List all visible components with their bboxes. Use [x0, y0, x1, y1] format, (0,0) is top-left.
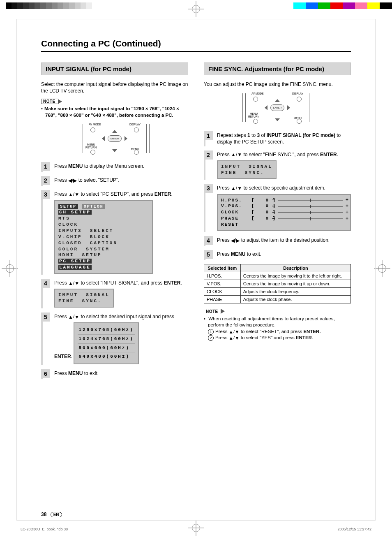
table-header: Description [240, 264, 350, 272]
step-number: 6 [41, 369, 50, 378]
step-number: 4 [204, 236, 213, 245]
remote-diagram: AV MODE DISPLAY MENU RETURN MENU ENTER [80, 123, 150, 155]
step-3: 3 Press ▲/▼ to select "PC SETUP", and pr… [41, 190, 188, 274]
slug-date: 2005/12/15 11:27:42 [337, 527, 371, 531]
step-4: 4 Press ▲/▼ to select "INPUT SIGNAL", an… [41, 279, 188, 308]
slugline: LC-20D30U_E_book.indb 38 2005/12/15 11:2… [21, 527, 371, 531]
section-heading-fine-sync: FINE SYNC. Adjustments (for PC mode) [204, 62, 351, 75]
osd-input-signal: INPUT SIGNAL FINE SYNC. [54, 289, 114, 308]
note-list: Make sure to select the input signal to … [41, 106, 188, 118]
step-number: 2 [204, 150, 213, 160]
table-cell: PHASE [204, 295, 241, 303]
step-5: 5 Press ▲/▼ to select the desired input … [41, 312, 188, 366]
intro-text: You can adjust the PC image using the FI… [204, 81, 351, 88]
circled-2-icon: 2 [208, 335, 214, 341]
table-cell: H.POS. [204, 272, 241, 280]
table-cell: Adjusts the clock phase. [240, 295, 350, 303]
table-cell: Adjusts the clock frequency. [240, 287, 350, 295]
step-number: 2 [41, 176, 50, 185]
remote-right-icon [125, 136, 127, 141]
remote-button-menu [134, 150, 139, 155]
step-number: 5 [41, 312, 50, 322]
table-cell: V.POS. [204, 280, 241, 287]
circled-1-icon: 1 [208, 329, 214, 335]
slug-file: LC-20D30U_E_book.indb 38 [21, 527, 68, 531]
step-2: 2 Press ◀/▶ to select "SETUP". [41, 176, 188, 186]
step-number: 1 [41, 162, 50, 171]
remote-button-menureturn [90, 150, 95, 155]
step-2: 2 Press ▲/▼ to select "FINE SYNC.", and … [204, 150, 351, 180]
crosshair-right-icon [374, 260, 390, 277]
step-number: 4 [41, 279, 50, 288]
remote-left-icon [102, 136, 105, 141]
remote-label-avmode: AV MODE [89, 123, 101, 126]
remote-label-menureturn: MENU RETURN [85, 144, 97, 149]
resolution-item: 1280x768(60Hz) [78, 326, 134, 335]
note-intro: When resetting all adjustment items to f… [208, 316, 335, 328]
page-number: 38 [41, 512, 46, 517]
crosshair-top-icon [188, 1, 204, 17]
right-column: FINE SYNC. Adjustments (for PC mode) You… [204, 62, 351, 383]
remote-button-enter: ENTER [108, 135, 122, 142]
step-number: 3 [41, 190, 50, 199]
color-bar [293, 2, 392, 9]
remote-diagram: AV MODE DISPLAY MENU RETURN MENU ENTER [242, 92, 312, 124]
left-column: INPUT SIGNAL (for PC mode) Select the co… [41, 62, 188, 383]
step-1: 1 Press MENU to display the Menu screen. [41, 162, 188, 172]
step-number: 5 [204, 250, 213, 259]
step-number: 1 [204, 131, 213, 140]
page-title: Connecting a PC (Continued) [41, 39, 351, 52]
table-cell: Centers the image by moving it to the le… [240, 272, 350, 280]
remote-down-icon [112, 149, 117, 152]
note-label: NOTE [204, 309, 221, 314]
resolution-item: 800x600(60Hz) [78, 344, 134, 353]
remote-button-display [134, 127, 139, 132]
description-table: Selected itemDescription H.POS.Centers t… [204, 264, 351, 303]
note-bullet: Make sure to select the input signal to … [44, 106, 179, 118]
step-number: 3 [204, 184, 213, 193]
page-footer: 38 EN [41, 512, 62, 517]
grayscale-ramp [0, 2, 92, 9]
remote-label-display: DISPLAY [129, 123, 141, 126]
section-heading-input-signal: INPUT SIGNAL (for PC mode) [41, 62, 188, 75]
step-1: 1 Repeat steps 1 to 3 of INPUT SIGNAL (f… [204, 131, 351, 146]
osd-fine-sync: INPUT SIGNAL FINE SYNC. [217, 160, 277, 179]
step-4: 4 Press ◀/▶ to adjust the item to the de… [204, 236, 351, 246]
language-badge: EN [51, 512, 62, 517]
osd-setup-menu: SETUP OPTION CH SETUP MTS CLOCK INPUT3 S… [54, 200, 153, 274]
table-cell: Centers the image by moving it up or dow… [240, 280, 350, 287]
step-3: 3 Press ▲/▼ to select the specific adjus… [204, 184, 351, 231]
remote-button-avmode [90, 127, 95, 132]
osd-adjustment: H.POS.[ 0 ]−+ V.POS.[ 0 ]−+ CLOCK[ 0 ]−+… [217, 194, 351, 231]
crosshair-left-icon [2, 260, 18, 277]
resolution-item: 640x480(60Hz) [78, 352, 134, 361]
resolution-item: 1024x768(60Hz) [78, 335, 134, 344]
table-header: Selected item [204, 264, 241, 272]
note-list: When resetting all adjustment items to f… [204, 316, 351, 341]
step-5: 5 Press MENU to exit. [204, 250, 351, 260]
table-cell: CLOCK [204, 287, 241, 295]
step-6: 6 Press MENU to exit. [41, 369, 188, 379]
osd-resolution-list: 1280x768(60Hz) 1024x768(60Hz) 800x600(60… [74, 322, 138, 364]
remote-up-icon [112, 130, 117, 133]
intro-text: Select the computer input signal before … [41, 81, 188, 94]
note-label: NOTE [41, 99, 58, 104]
